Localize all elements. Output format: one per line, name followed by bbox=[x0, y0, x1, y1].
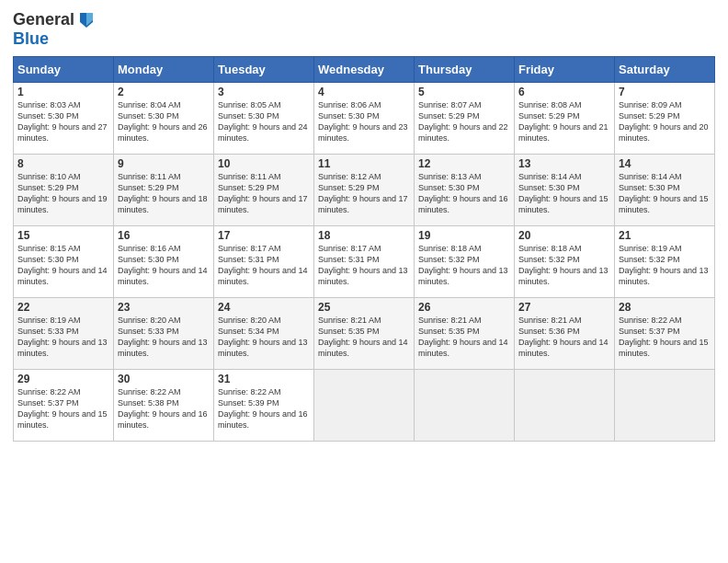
day-number: 17 bbox=[218, 229, 310, 242]
day-cell bbox=[615, 370, 715, 442]
day-cell: 9Sunrise: 8:11 AM Sunset: 5:29 PM Daylig… bbox=[114, 155, 214, 226]
day-number: 20 bbox=[518, 229, 610, 242]
day-cell: 2Sunrise: 8:04 AM Sunset: 5:30 PM Daylig… bbox=[114, 83, 214, 155]
day-number: 10 bbox=[218, 157, 310, 170]
logo-icon bbox=[76, 9, 97, 29]
day-cell bbox=[515, 370, 615, 442]
day-number: 5 bbox=[418, 86, 510, 98]
weekday-sunday: Sunday bbox=[14, 57, 114, 83]
day-number: 15 bbox=[17, 229, 109, 242]
day-number: 19 bbox=[418, 229, 510, 242]
day-number: 23 bbox=[118, 301, 210, 314]
day-number: 11 bbox=[318, 157, 410, 170]
day-number: 14 bbox=[619, 157, 711, 170]
day-number: 24 bbox=[218, 301, 310, 314]
day-detail: Sunrise: 8:18 AM Sunset: 5:32 PM Dayligh… bbox=[418, 244, 508, 286]
day-number: 31 bbox=[218, 373, 310, 385]
day-cell: 10Sunrise: 8:11 AM Sunset: 5:29 PM Dayli… bbox=[214, 155, 314, 226]
day-number: 29 bbox=[17, 373, 109, 385]
day-number: 30 bbox=[118, 373, 210, 385]
day-detail: Sunrise: 8:22 AM Sunset: 5:39 PM Dayligh… bbox=[218, 387, 308, 430]
day-number: 27 bbox=[518, 301, 610, 314]
day-cell: 27Sunrise: 8:21 AM Sunset: 5:36 PM Dayli… bbox=[515, 298, 615, 370]
day-detail: Sunrise: 8:19 AM Sunset: 5:33 PM Dayligh… bbox=[17, 316, 108, 358]
day-detail: Sunrise: 8:16 AM Sunset: 5:30 PM Dayligh… bbox=[118, 244, 208, 286]
day-detail: Sunrise: 8:09 AM Sunset: 5:29 PM Dayligh… bbox=[619, 100, 709, 143]
day-number: 8 bbox=[17, 157, 109, 170]
day-number: 13 bbox=[518, 157, 610, 170]
day-detail: Sunrise: 8:22 AM Sunset: 5:37 PM Dayligh… bbox=[619, 316, 709, 358]
day-detail: Sunrise: 8:21 AM Sunset: 5:36 PM Dayligh… bbox=[518, 316, 609, 358]
day-cell: 11Sunrise: 8:12 AM Sunset: 5:29 PM Dayli… bbox=[314, 155, 415, 226]
day-detail: Sunrise: 8:08 AM Sunset: 5:29 PM Dayligh… bbox=[518, 100, 609, 143]
day-cell: 17Sunrise: 8:17 AM Sunset: 5:31 PM Dayli… bbox=[214, 226, 314, 298]
logo: GeneralBlue bbox=[13, 9, 97, 49]
day-number: 12 bbox=[418, 157, 510, 170]
day-cell bbox=[314, 370, 415, 442]
day-number: 16 bbox=[118, 229, 210, 242]
day-detail: Sunrise: 8:21 AM Sunset: 5:35 PM Dayligh… bbox=[418, 316, 508, 358]
day-detail: Sunrise: 8:07 AM Sunset: 5:29 PM Dayligh… bbox=[418, 100, 508, 143]
day-cell: 15Sunrise: 8:15 AM Sunset: 5:30 PM Dayli… bbox=[14, 226, 114, 298]
header-row: GeneralBlue bbox=[13, 9, 715, 49]
day-cell: 23Sunrise: 8:20 AM Sunset: 5:33 PM Dayli… bbox=[114, 298, 214, 370]
day-number: 28 bbox=[619, 301, 711, 314]
weekday-monday: Monday bbox=[114, 57, 214, 83]
day-cell: 12Sunrise: 8:13 AM Sunset: 5:30 PM Dayli… bbox=[415, 155, 515, 226]
day-cell: 14Sunrise: 8:14 AM Sunset: 5:30 PM Dayli… bbox=[615, 155, 715, 226]
day-number: 1 bbox=[17, 86, 109, 98]
day-detail: Sunrise: 8:14 AM Sunset: 5:30 PM Dayligh… bbox=[619, 172, 709, 214]
day-cell: 24Sunrise: 8:20 AM Sunset: 5:34 PM Dayli… bbox=[214, 298, 314, 370]
day-detail: Sunrise: 8:11 AM Sunset: 5:29 PM Dayligh… bbox=[118, 172, 208, 214]
day-cell: 29Sunrise: 8:22 AM Sunset: 5:37 PM Dayli… bbox=[14, 370, 114, 442]
day-cell: 19Sunrise: 8:18 AM Sunset: 5:32 PM Dayli… bbox=[415, 226, 515, 298]
day-detail: Sunrise: 8:03 AM Sunset: 5:30 PM Dayligh… bbox=[17, 100, 108, 143]
day-cell: 8Sunrise: 8:10 AM Sunset: 5:29 PM Daylig… bbox=[14, 155, 114, 226]
day-cell: 13Sunrise: 8:14 AM Sunset: 5:30 PM Dayli… bbox=[515, 155, 615, 226]
day-number: 7 bbox=[619, 86, 711, 98]
day-cell: 6Sunrise: 8:08 AM Sunset: 5:29 PM Daylig… bbox=[515, 83, 615, 155]
day-number: 18 bbox=[318, 229, 410, 242]
day-cell: 7Sunrise: 8:09 AM Sunset: 5:29 PM Daylig… bbox=[615, 83, 715, 155]
day-cell: 21Sunrise: 8:19 AM Sunset: 5:32 PM Dayli… bbox=[615, 226, 715, 298]
day-number: 22 bbox=[17, 301, 109, 314]
logo-general: General bbox=[13, 10, 74, 29]
day-detail: Sunrise: 8:13 AM Sunset: 5:30 PM Dayligh… bbox=[418, 172, 508, 214]
logo-blue: Blue bbox=[13, 29, 49, 49]
day-detail: Sunrise: 8:21 AM Sunset: 5:35 PM Dayligh… bbox=[318, 316, 408, 358]
day-detail: Sunrise: 8:17 AM Sunset: 5:31 PM Dayligh… bbox=[218, 244, 308, 286]
week-row-4: 22Sunrise: 8:19 AM Sunset: 5:33 PM Dayli… bbox=[14, 298, 715, 370]
day-detail: Sunrise: 8:19 AM Sunset: 5:32 PM Dayligh… bbox=[619, 244, 709, 286]
day-detail: Sunrise: 8:12 AM Sunset: 5:29 PM Dayligh… bbox=[318, 172, 408, 214]
day-detail: Sunrise: 8:10 AM Sunset: 5:29 PM Dayligh… bbox=[17, 172, 108, 214]
day-detail: Sunrise: 8:15 AM Sunset: 5:30 PM Dayligh… bbox=[17, 244, 108, 286]
day-cell: 20Sunrise: 8:18 AM Sunset: 5:32 PM Dayli… bbox=[515, 226, 615, 298]
day-number: 4 bbox=[318, 86, 410, 98]
day-detail: Sunrise: 8:17 AM Sunset: 5:31 PM Dayligh… bbox=[318, 244, 408, 286]
day-cell: 18Sunrise: 8:17 AM Sunset: 5:31 PM Dayli… bbox=[314, 226, 415, 298]
day-cell bbox=[415, 370, 515, 442]
weekday-header-row: SundayMondayTuesdayWednesdayThursdayFrid… bbox=[14, 57, 715, 83]
day-detail: Sunrise: 8:18 AM Sunset: 5:32 PM Dayligh… bbox=[518, 244, 609, 286]
week-row-5: 29Sunrise: 8:22 AM Sunset: 5:37 PM Dayli… bbox=[14, 370, 715, 442]
day-detail: Sunrise: 8:14 AM Sunset: 5:30 PM Dayligh… bbox=[518, 172, 609, 214]
day-cell: 16Sunrise: 8:16 AM Sunset: 5:30 PM Dayli… bbox=[114, 226, 214, 298]
day-detail: Sunrise: 8:20 AM Sunset: 5:33 PM Dayligh… bbox=[118, 316, 208, 358]
day-detail: Sunrise: 8:11 AM Sunset: 5:29 PM Dayligh… bbox=[218, 172, 308, 214]
day-cell: 26Sunrise: 8:21 AM Sunset: 5:35 PM Dayli… bbox=[415, 298, 515, 370]
day-number: 9 bbox=[118, 157, 210, 170]
weekday-tuesday: Tuesday bbox=[214, 57, 314, 83]
calendar-table: SundayMondayTuesdayWednesdayThursdayFrid… bbox=[13, 56, 715, 442]
day-cell: 5Sunrise: 8:07 AM Sunset: 5:29 PM Daylig… bbox=[415, 83, 515, 155]
day-cell: 30Sunrise: 8:22 AM Sunset: 5:38 PM Dayli… bbox=[114, 370, 214, 442]
day-detail: Sunrise: 8:05 AM Sunset: 5:30 PM Dayligh… bbox=[218, 100, 308, 143]
day-cell: 3Sunrise: 8:05 AM Sunset: 5:30 PM Daylig… bbox=[214, 83, 314, 155]
page-container: GeneralBlue SundayMondayTuesdayWednesday… bbox=[0, 0, 728, 449]
day-detail: Sunrise: 8:04 AM Sunset: 5:30 PM Dayligh… bbox=[118, 100, 208, 143]
weekday-saturday: Saturday bbox=[615, 57, 715, 83]
day-detail: Sunrise: 8:06 AM Sunset: 5:30 PM Dayligh… bbox=[318, 100, 408, 143]
week-row-1: 1Sunrise: 8:03 AM Sunset: 5:30 PM Daylig… bbox=[14, 83, 715, 155]
day-number: 6 bbox=[518, 86, 610, 98]
day-detail: Sunrise: 8:20 AM Sunset: 5:34 PM Dayligh… bbox=[218, 316, 308, 358]
weekday-thursday: Thursday bbox=[415, 57, 515, 83]
